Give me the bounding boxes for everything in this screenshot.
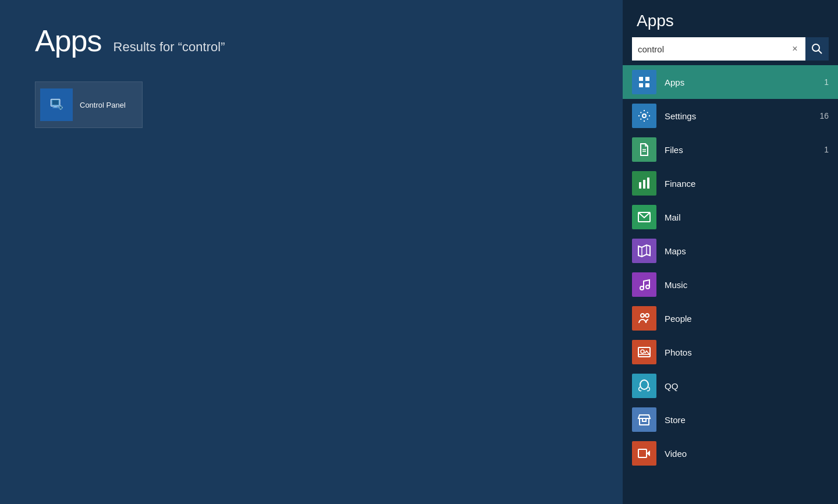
maps-icon xyxy=(632,239,656,263)
svg-point-31 xyxy=(641,350,644,353)
svg-point-28 xyxy=(641,314,644,317)
sidebar-item-maps[interactable]: Maps xyxy=(623,234,838,268)
search-bar: × xyxy=(632,37,829,61)
settings-icon xyxy=(632,104,656,128)
sidebar-item-video[interactable]: Video xyxy=(623,436,838,470)
sidebar-item-music-label: Music xyxy=(665,280,829,290)
app-tile-label: Control Panel xyxy=(80,101,126,109)
sidebar-item-files-count: 1 xyxy=(824,145,829,154)
svg-point-10 xyxy=(812,44,819,51)
sidebar-item-apps[interactable]: Apps1 xyxy=(623,65,838,99)
page-title: Apps xyxy=(35,23,102,58)
svg-rect-15 xyxy=(645,83,649,87)
sidebar-item-video-label: Video xyxy=(665,449,829,459)
sidebar-item-finance-label: Finance xyxy=(665,179,829,189)
people-icon xyxy=(632,306,656,331)
sidebar-item-settings-count: 16 xyxy=(819,111,829,120)
svg-point-16 xyxy=(642,114,646,118)
sidebar-item-files-label: Files xyxy=(665,145,816,155)
svg-rect-3 xyxy=(52,107,58,108)
svg-rect-20 xyxy=(643,180,645,189)
sidebar-item-finance[interactable]: Finance xyxy=(623,166,838,200)
svg-point-5 xyxy=(60,107,62,108)
search-submit-button[interactable] xyxy=(805,37,829,61)
svg-rect-2 xyxy=(54,106,57,107)
sidebar-item-people-label: People xyxy=(665,314,829,324)
svg-line-11 xyxy=(819,51,822,54)
sidebar-item-store[interactable]: Store xyxy=(623,403,838,436)
sidebar-item-files[interactable]: Files1 xyxy=(623,133,838,166)
finance-icon xyxy=(632,171,656,196)
svg-rect-12 xyxy=(639,77,643,81)
app-tile-control-panel[interactable]: Control Panel xyxy=(35,81,143,128)
files-icon xyxy=(632,137,656,162)
sidebar-item-qq[interactable]: QQ xyxy=(623,369,838,403)
svg-marker-23 xyxy=(638,245,650,257)
sidebar-item-apps-count: 1 xyxy=(824,77,829,87)
svg-rect-14 xyxy=(639,83,643,87)
sidebar-item-store-label: Store xyxy=(665,415,829,425)
svg-rect-21 xyxy=(647,178,649,189)
search-clear-button[interactable]: × xyxy=(784,37,805,61)
sidebar-items: Apps1Settings16Files1FinanceMailMapsMusi… xyxy=(623,65,838,504)
svg-rect-13 xyxy=(645,77,649,81)
main-content: Apps Results for “control” xyxy=(0,0,623,504)
sidebar-item-apps-label: Apps xyxy=(665,77,816,87)
sidebar-item-settings[interactable]: Settings16 xyxy=(623,99,838,133)
svg-rect-1 xyxy=(52,100,59,105)
sidebar-item-music[interactable]: Music xyxy=(623,268,838,301)
sidebar-item-photos[interactable]: Photos xyxy=(623,335,838,369)
sidebar-item-people[interactable]: People xyxy=(623,301,838,335)
store-icon xyxy=(632,407,656,432)
music-icon xyxy=(632,272,656,297)
sidebar-item-qq-label: QQ xyxy=(665,381,829,391)
photos-icon xyxy=(632,340,656,364)
results-subtitle: Results for “control” xyxy=(113,40,225,55)
svg-rect-19 xyxy=(639,182,641,189)
control-panel-icon xyxy=(40,88,73,121)
video-icon xyxy=(632,441,656,466)
qq-icon xyxy=(632,374,656,398)
sidebar-item-mail[interactable]: Mail xyxy=(623,200,838,234)
mail-icon xyxy=(632,205,656,229)
results-grid: Control Panel xyxy=(35,81,588,128)
sidebar-item-maps-label: Maps xyxy=(665,246,829,256)
svg-point-32 xyxy=(640,380,648,389)
sidebar-title: Apps xyxy=(623,0,838,37)
search-input[interactable] xyxy=(632,37,784,61)
svg-point-29 xyxy=(645,314,649,317)
apps-icon xyxy=(632,70,656,94)
sidebar-item-photos-label: Photos xyxy=(665,347,829,357)
sidebar: Apps × Apps1Settings16Files1FinanceMailM… xyxy=(623,0,838,504)
page-header: Apps Results for “control” xyxy=(35,23,588,58)
sidebar-item-settings-label: Settings xyxy=(665,111,811,121)
svg-rect-34 xyxy=(638,449,647,457)
sidebar-item-mail-label: Mail xyxy=(665,212,829,222)
